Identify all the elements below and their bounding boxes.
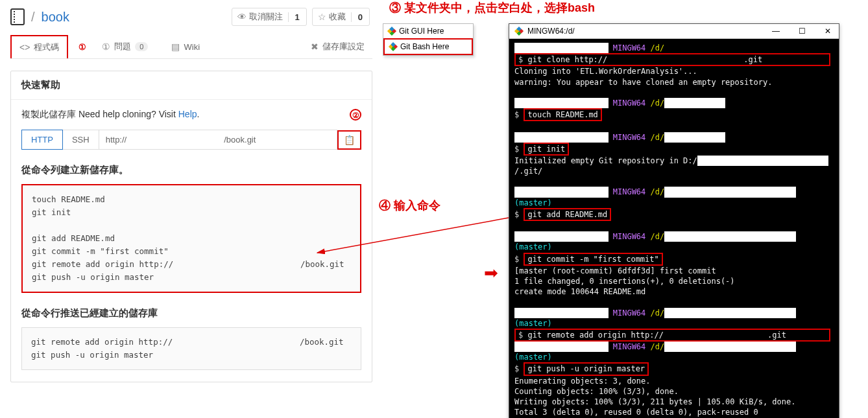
tab-wiki-label: Wiki [184,42,200,52]
repo-name[interactable]: book [42,10,69,25]
git-icon [514,27,524,36]
arrow-icon: ➡ [484,263,498,283]
svg-line-0 [317,218,509,253]
wiki-icon: ▤ [171,41,180,52]
terminal-titlebar[interactable]: MINGW64:/d/ — ☐ ✕ [509,24,839,39]
term-line: Counting objects: 100% (3/3), done. [514,386,834,397]
term-line: 1 file changed, 0 insertions(+), 0 delet… [514,276,834,286]
annotation-2: ② [350,109,361,121]
proto-ssh[interactable]: SSH [63,130,99,150]
tabs: <> 程式碼 ① ① 問題 0 ▤ Wiki ✖ 儲存庫設定 [10,35,372,59]
clone-url-row: HTTP SSH http:///book.git 📋 [21,130,361,150]
unwatch-count: 1 [288,12,306,22]
card-title: 快速幫助 [11,71,372,100]
terminal-window: MINGW64:/d/ — ☐ ✕ xxxxxxxxxxxxxxxxxxxx M… [509,23,839,418]
arrow-annotation-icon [314,214,515,266]
star-count: 0 [351,12,369,22]
maximize-button[interactable]: ☐ [797,27,806,36]
term-line: create mode 100644 README.md [514,286,834,297]
clipboard-icon: 📋 [344,135,355,145]
star-icon: ☆ [318,12,326,22]
wrench-icon: ✖ [311,41,319,52]
annotation-3: ③ 某文件夹中，点击空白处，选择bash [389,0,865,16]
code-icon: <> [19,42,30,52]
term-line: Total 3 (delta 0), reused 0 (delta 0), p… [514,407,834,417]
menu-git-gui[interactable]: Git GUI Here [383,24,473,38]
term-line: Cloning into 'ETL.WorkOrderAnalysis'... [514,66,834,76]
repo-icon [10,8,25,25]
clone-desc: 複製此儲存庫 Need help cloning? Visit Help. ② [21,109,361,121]
issues-count: 0 [135,42,148,51]
git-icon [387,27,396,36]
eye-icon: 👁 [237,12,247,22]
tab-wiki[interactable]: ▤ Wiki [163,36,208,57]
help-link[interactable]: Help [178,109,197,119]
term-line: Enumerating objects: 3, done. [514,376,834,386]
repo-header: / book 👁取消關注 1 ☆收藏 0 [10,5,372,30]
code-push-repo[interactable]: git remote add origin http:// /book.git … [21,327,361,370]
code-create-repo[interactable]: touch README.md git init git add README.… [21,184,361,293]
section-create-title: 從命令列建立新儲存庫。 [21,164,361,176]
term-line: warning: You appear to have cloned an em… [514,77,834,87]
annotation-4: ④ 输入命令 [379,198,440,213]
tab-code[interactable]: <> 程式碼 [10,35,68,58]
star-button[interactable]: ☆收藏 0 [312,8,370,26]
menu-git-gui-label: Git GUI Here [399,27,444,36]
breadcrumb-slash: / [31,10,35,25]
issues-icon: ① [102,41,110,52]
term-line: [master (root-commit) 6dfdf3d] first com… [514,266,834,276]
term-line: Writing objects: 100% (3/3), 211 bytes |… [514,397,834,407]
annotation-1: ① [78,42,86,52]
terminal-title: MINGW64:/d/ [527,27,754,36]
context-menu: Git GUI Here Git Bash Here [383,23,474,56]
copy-button[interactable]: 📋 [337,130,361,150]
tab-issues-label: 問題 [114,41,131,52]
menu-git-bash-label: Git Bash Here [400,42,449,51]
git-icon [389,42,398,51]
tab-code-label: 程式碼 [34,41,59,53]
proto-http[interactable]: HTTP [21,130,63,150]
minimize-button[interactable]: — [771,27,780,36]
menu-git-bash[interactable]: Git Bash Here [383,38,473,55]
terminal-body[interactable]: xxxxxxxxxxxxxxxxxxxx MINGW64 /d/ $ git c… [509,39,839,418]
section-push-title: 從命令行推送已經建立的儲存庫 [21,307,361,319]
close-button[interactable]: ✕ [823,27,832,36]
tab-settings-label: 儲存庫設定 [322,41,365,52]
clone-url-input[interactable]: http:///book.git [99,130,337,150]
unwatch-button[interactable]: 👁取消關注 1 [232,8,307,26]
tab-issues[interactable]: ① 問題 0 [94,36,156,58]
tab-settings[interactable]: ✖ 儲存庫設定 [303,36,372,58]
